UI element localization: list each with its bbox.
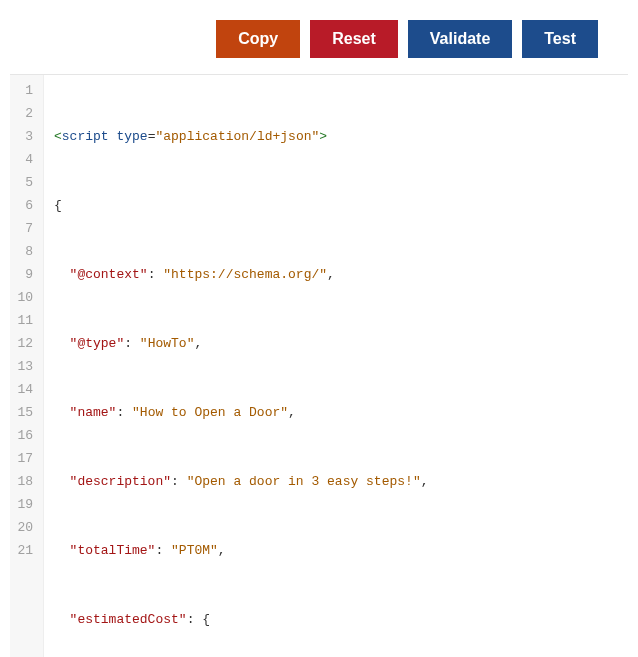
line-number: 2	[14, 102, 37, 125]
line-number: 9	[14, 263, 37, 286]
line-number: 12	[14, 332, 37, 355]
line-number: 10	[14, 286, 37, 309]
line-number: 5	[14, 171, 37, 194]
line-number: 16	[14, 424, 37, 447]
line-number: 4	[14, 148, 37, 171]
line-number: 6	[14, 194, 37, 217]
line-number: 18	[14, 470, 37, 493]
test-button[interactable]: Test	[522, 20, 598, 58]
line-number: 13	[14, 355, 37, 378]
line-number: 8	[14, 240, 37, 263]
line-number: 15	[14, 401, 37, 424]
line-number-gutter: 123456789101112131415161718192021	[10, 75, 44, 657]
toolbar: Copy Reset Validate Test	[10, 10, 628, 74]
line-number: 19	[14, 493, 37, 516]
code-editor[interactable]: 123456789101112131415161718192021 <scrip…	[10, 74, 628, 657]
copy-button[interactable]: Copy	[216, 20, 300, 58]
line-number: 7	[14, 217, 37, 240]
line-number: 3	[14, 125, 37, 148]
line-number: 1	[14, 79, 37, 102]
line-number: 14	[14, 378, 37, 401]
code-content[interactable]: <script type="application/ld+json"> { "@…	[44, 75, 437, 657]
line-number: 21	[14, 539, 37, 562]
line-number: 20	[14, 516, 37, 539]
line-number: 11	[14, 309, 37, 332]
validate-button[interactable]: Validate	[408, 20, 512, 58]
line-number: 17	[14, 447, 37, 470]
reset-button[interactable]: Reset	[310, 20, 398, 58]
